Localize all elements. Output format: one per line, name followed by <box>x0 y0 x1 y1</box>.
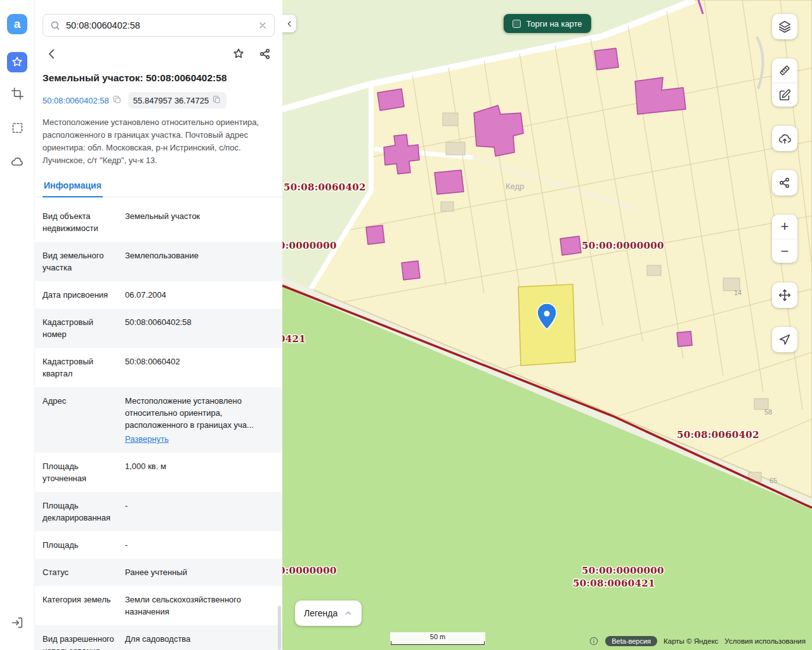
cadastral-number-link[interactable]: 50:08:0060402:58 <box>43 95 122 106</box>
search-row <box>35 0 282 37</box>
info-icon[interactable] <box>589 636 599 646</box>
red-label-district: 0:0000000 <box>282 565 337 576</box>
share-icon <box>778 176 792 190</box>
table-row: Категория земельЗемли сельскохозяйственн… <box>35 586 282 625</box>
share-map-button[interactable] <box>772 170 797 196</box>
auction-toggle[interactable]: Торги на карте <box>503 14 591 33</box>
legend-button[interactable]: Легенда <box>295 600 362 626</box>
row-label: Адрес <box>43 395 125 445</box>
row-value: 50:08:0060402 <box>125 355 275 380</box>
favorite-button[interactable] <box>232 47 246 61</box>
row-value: 50:08:0060402:58 <box>125 316 275 340</box>
auction-checkbox[interactable] <box>512 20 520 28</box>
red-label-district: 0:0000000 <box>282 240 337 251</box>
zoom-in-button[interactable]: + <box>772 215 797 239</box>
table-row: Площадь декларированная- <box>35 492 282 531</box>
layers-button[interactable] <box>772 14 797 39</box>
app-logo[interactable]: a <box>7 14 27 34</box>
dashed-rectangle-icon <box>11 121 24 135</box>
table-row: Вид разрешенного использованияДля садово… <box>35 625 282 650</box>
row-label: Вид разрешенного использования <box>43 633 125 650</box>
beta-badge: Beta-версия <box>605 636 657 646</box>
scale-rule <box>391 641 485 645</box>
upload-control <box>772 126 797 151</box>
row-label: Кадастровый квартал <box>43 355 125 380</box>
table-row: Дата присвоения06.07.2004 <box>35 281 282 308</box>
map-attribution: Beta-версия Карты © Яндекс Условия испол… <box>589 636 806 646</box>
row-value: 06.07.2004 <box>125 289 275 301</box>
chips-row: 50:08:0060402:58 55.847957 36.74725 <box>35 84 282 109</box>
select-area-button[interactable] <box>7 117 27 138</box>
table-row: Кадастровый номер50:08:0060402:58 <box>35 308 282 348</box>
edit-pencil-icon <box>778 88 792 102</box>
zoom-in-label: + <box>781 220 789 234</box>
table-row: Вид объекта недвижимостиЗемельный участо… <box>35 202 282 242</box>
upload-button[interactable] <box>772 126 797 151</box>
row-value: Для садоводства <box>125 633 275 650</box>
locate-button[interactable] <box>772 327 797 352</box>
layers-control <box>772 14 797 39</box>
row-label: Кадастровый номер <box>43 316 125 340</box>
row-value: - <box>125 539 275 551</box>
share-button[interactable] <box>258 47 272 61</box>
measure-button[interactable] <box>772 58 797 83</box>
parcel-number-label: 7 <box>509 126 513 133</box>
login-exit-icon <box>10 616 24 630</box>
table-row: Вид земельного участкаЗемлепользование <box>35 242 282 281</box>
login-button[interactable] <box>7 613 27 633</box>
red-label-quarter: 50:08:0060421 <box>573 578 655 589</box>
map-canvas[interactable]: 50:08:0060402 0:0000000 50:00:0000000 04… <box>282 0 812 650</box>
crop-area-button[interactable] <box>7 83 27 103</box>
back-button[interactable] <box>45 47 59 61</box>
info-panel: Земельный участок: 50:08:0060402:58 50:0… <box>35 0 282 650</box>
row-value: - <box>125 500 275 524</box>
cloud-button[interactable] <box>7 152 27 172</box>
layers-icon <box>778 20 792 34</box>
locate-control <box>772 327 797 352</box>
row-value: Землепользование <box>125 249 275 274</box>
parcel-number-label: 65 <box>769 477 777 484</box>
search-icon <box>49 20 61 31</box>
info-table: Вид объекта недвижимостиЗемельный участо… <box>35 202 282 650</box>
pan-button[interactable] <box>772 282 797 308</box>
tabs-bar: Информация <box>35 176 282 197</box>
share-map-control <box>772 170 797 196</box>
clear-search-button[interactable] <box>258 20 268 30</box>
copy-icon[interactable] <box>212 95 221 106</box>
copy-icon[interactable] <box>112 95 122 106</box>
cadastral-number-text: 50:08:0060402:58 <box>43 96 109 105</box>
app-rail: a <box>0 0 35 650</box>
search-input[interactable] <box>66 20 252 30</box>
row-value: Земли сельскохозяйственного назначения <box>125 594 275 618</box>
chevron-left-icon <box>45 47 59 61</box>
row-value: Земельный участок <box>125 210 275 234</box>
red-label-quarter: 0421 <box>282 333 306 345</box>
collapse-panel-button[interactable] <box>282 15 296 32</box>
pan-control <box>772 282 797 308</box>
draw-button[interactable] <box>772 83 797 107</box>
parcel-number-label: 14 <box>734 289 742 296</box>
terms-link[interactable]: Условия использования <box>724 637 806 645</box>
row-value: Ранее учтенный <box>125 566 275 578</box>
copyright-text[interactable]: Карты © Яндекс <box>664 637 718 645</box>
expand-address-link[interactable]: Развернуть <box>125 433 169 445</box>
scale-bar: 50 m <box>390 632 485 645</box>
cloud-upload-icon <box>778 131 792 145</box>
tab-information[interactable]: Информация <box>43 176 103 197</box>
star-outline-icon <box>232 47 246 61</box>
parcel-number-label: 58 <box>764 408 772 416</box>
row-label: Категория земель <box>43 594 125 618</box>
legend-label: Легенда <box>304 608 337 618</box>
row-value: 1,000 кв. м <box>125 460 275 484</box>
zoom-out-button[interactable]: − <box>772 239 797 263</box>
row-label: Вид объекта недвижимости <box>43 210 125 234</box>
coordinates-chip[interactable]: 55.847957 36.74725 <box>128 92 226 109</box>
move-arrows-icon <box>778 288 792 302</box>
share-icon <box>258 47 272 61</box>
favorites-rail-button[interactable] <box>7 52 27 72</box>
table-row: Площадь уточненная1,000 кв. м <box>35 453 282 492</box>
panel-toolbar <box>35 37 282 61</box>
map: 50:08:0060402 0:0000000 50:00:0000000 04… <box>282 0 812 650</box>
close-icon <box>258 20 268 30</box>
scale-label: 50 m <box>390 633 485 641</box>
